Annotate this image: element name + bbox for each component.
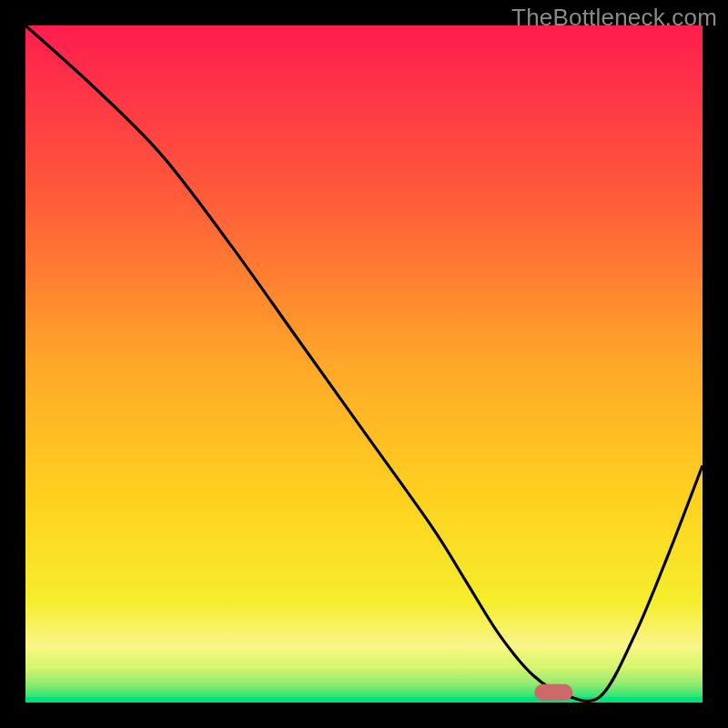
baseline-green-stripe bbox=[25, 697, 703, 703]
chart-svg bbox=[25, 25, 703, 703]
chart-frame: TheBottleneck.com bbox=[0, 0, 728, 728]
plot-area bbox=[25, 25, 703, 703]
plot-background bbox=[25, 25, 703, 703]
watermark-text: TheBottleneck.com bbox=[511, 4, 717, 32]
optimal-point-marker bbox=[534, 684, 572, 701]
